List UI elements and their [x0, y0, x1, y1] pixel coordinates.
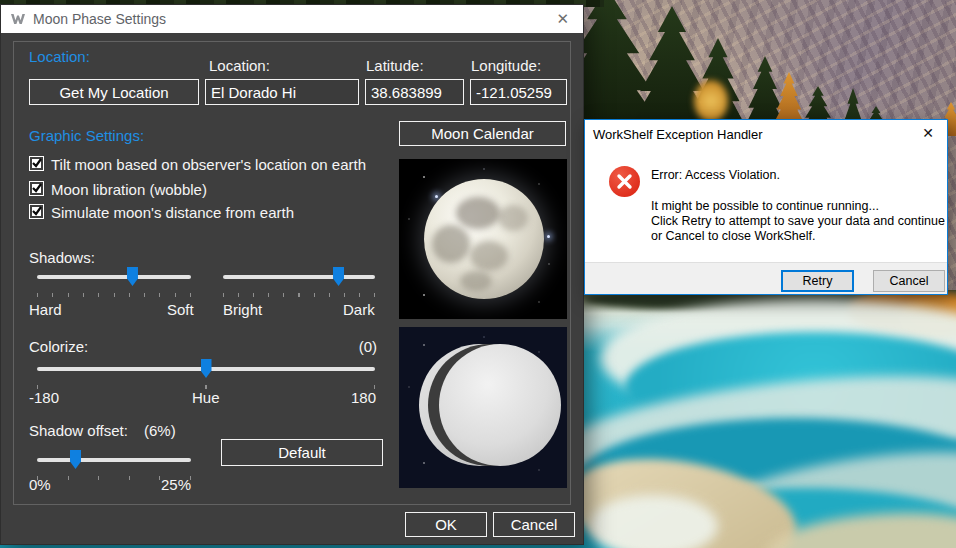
moon-window-close-icon[interactable]: ✕ — [556, 9, 569, 29]
brightness-min-label: Bright — [223, 301, 262, 318]
get-my-location-button[interactable]: Get My Location — [29, 79, 199, 105]
location-section-heading: Location: — [29, 48, 90, 65]
shadow-brightness-slider[interactable] — [223, 267, 375, 297]
error-message: Error: Access Violation. — [651, 168, 780, 183]
tilt-moon-checkbox[interactable] — [29, 156, 44, 171]
latitude-field-label: Latitude: — [366, 57, 424, 74]
location-input[interactable] — [205, 79, 359, 105]
bright-star-icon — [435, 195, 438, 198]
colorize-value: (0) — [353, 338, 377, 355]
hue-min-label: -180 — [29, 389, 59, 406]
error-detail-line: It might be possible to continue running… — [651, 199, 879, 214]
simulate-distance-checkbox[interactable] — [29, 204, 44, 219]
exception-cancel-button[interactable]: Cancel — [873, 270, 945, 292]
slider-thumb[interactable] — [333, 267, 344, 286]
hue-mid-label: Hue — [192, 389, 220, 406]
moon-disc — [424, 179, 544, 299]
slider-thumb[interactable] — [70, 450, 81, 469]
shadow-offset-heading: Shadow offset: — [29, 422, 128, 439]
error-detail-line: Click Retry to attempt to save your data… — [651, 214, 945, 229]
app-logo-icon — [10, 11, 26, 27]
latitude-input[interactable] — [365, 79, 464, 105]
hue-slider[interactable] — [37, 359, 375, 389]
error-detail-line: or Cancel to close WorkShelf. — [651, 229, 815, 244]
shadow-softness-slider[interactable] — [37, 267, 191, 297]
retry-button[interactable]: Retry — [781, 270, 854, 292]
longitude-field-label: Longitude: — [471, 57, 541, 74]
moon-window-title: Moon Phase Settings — [33, 11, 166, 27]
cancel-button[interactable]: Cancel — [493, 512, 575, 537]
longitude-input[interactable] — [470, 79, 567, 105]
offset-max-label: 25% — [161, 476, 191, 493]
slider-track[interactable] — [223, 275, 375, 279]
libration-checkbox[interactable] — [29, 181, 44, 196]
ok-button[interactable]: OK — [405, 512, 487, 537]
offset-min-label: 0% — [29, 476, 51, 493]
slider-track[interactable] — [37, 275, 191, 279]
exception-window-title: WorkShelf Exception Handler — [593, 127, 763, 142]
workshelf-exception-window: WorkShelf Exception Handler ✕ Error: Acc… — [584, 119, 948, 295]
hue-max-label: 180 — [351, 389, 376, 406]
slider-thumb[interactable] — [201, 359, 212, 378]
softness-min-label: Hard — [29, 301, 62, 318]
slider-track[interactable] — [37, 458, 191, 462]
exception-window-close-icon[interactable]: ✕ — [922, 125, 934, 141]
graphic-settings-heading: Graphic Settings: — [29, 127, 144, 144]
bright-star-icon — [547, 235, 550, 238]
moon-phase-preview — [399, 327, 567, 488]
full-moon-preview — [399, 159, 567, 319]
location-field-label: Location: — [209, 57, 270, 74]
tilt-moon-label: Tilt moon based on observer's location o… — [51, 156, 366, 173]
softness-max-label: Soft — [167, 301, 194, 318]
slider-thumb[interactable] — [127, 267, 138, 286]
moon-window-body: Location: Location: Latitude: Longitude:… — [1, 33, 583, 544]
shadow-offset-value: (6%) — [144, 422, 176, 439]
simulate-distance-label: Simulate moon's distance from earth — [51, 204, 294, 221]
moon-calendar-button[interactable]: Moon Calendar — [399, 121, 566, 146]
moon-window-titlebar[interactable]: Moon Phase Settings ✕ — [1, 5, 583, 33]
error-icon — [609, 166, 640, 197]
shadows-heading: Shadows: — [29, 249, 95, 266]
moon-phase-settings-window: Moon Phase Settings ✕ Location: Location… — [0, 4, 584, 545]
moon-face — [439, 344, 561, 466]
colorize-heading: Colorize: — [29, 338, 88, 355]
libration-label: Moon libration (wobble) — [51, 181, 207, 198]
default-button[interactable]: Default — [221, 439, 383, 466]
brightness-max-label: Dark — [343, 301, 375, 318]
